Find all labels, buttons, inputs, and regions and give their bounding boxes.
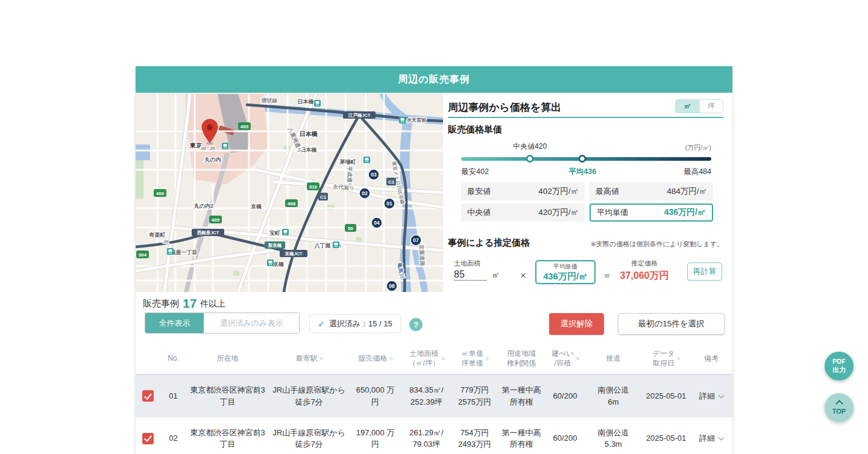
row-detail-toggle[interactable]: 詳細 [690, 432, 732, 444]
sort-icon[interactable]: ↑↓ [576, 355, 579, 362]
equals-sign: ＝ [602, 270, 612, 282]
sort-icon[interactable]: ↑↓ [319, 355, 322, 362]
land-area-unit: ㎡ [492, 270, 500, 281]
map-canvas[interactable]: 環状線 日本橋 水天宮前 日本橋 日本橋 東京 丸の内 茅場町 丸の内2 京橋 … [136, 93, 443, 292]
unit-note: (万円/㎡) [685, 143, 711, 152]
route-shield: 405 [238, 122, 251, 130]
sale-marker-03[interactable]: 03 [368, 169, 379, 180]
table-row: 02 東京都渋谷区神宮前3丁目 JR山手線原宿駅から徒歩7分 197,000 万… [136, 417, 732, 454]
filter-selected-only-button[interactable]: 選択済みのみ表示 [204, 313, 299, 333]
selected-status-text: 選択済み：15 / 15 [329, 319, 392, 329]
row-area: 834.35㎡/252.39坪 [401, 384, 452, 408]
col-station[interactable]: 最寄駅↑↓ [268, 354, 350, 364]
map-label-heisei-dori: 平成通り [347, 166, 353, 188]
chevron-up-icon [835, 400, 843, 408]
avg-unit-price-label: 平均単価 [553, 263, 577, 271]
slider-dot-median[interactable] [526, 155, 534, 163]
pdf-export-button[interactable]: PDF 出力 [825, 352, 854, 381]
row-zoning: 第一種中高所有権 [497, 384, 546, 408]
avg-unit-price-value: 436万円/㎡ [543, 271, 588, 282]
row-road: 南側公道5.3m [585, 427, 642, 450]
svg-text:316: 316 [309, 184, 318, 190]
sale-marker-02[interactable]: 02 [359, 188, 370, 199]
map-label-ginza1: 銀座一丁目 [170, 249, 198, 255]
map-label-yurakucho: 有楽町 [149, 232, 166, 238]
jr-logo: JR [209, 146, 215, 151]
route-shield: 50 [345, 224, 356, 232]
land-area-input[interactable] [454, 269, 487, 281]
col-price[interactable]: 販売価格↑↓ [350, 354, 401, 364]
sort-icon[interactable]: ↑↓ [441, 355, 444, 362]
median-top-label: 中央値420 [513, 141, 547, 152]
col-no: No. [160, 354, 187, 364]
svg-text:08: 08 [389, 283, 395, 289]
col-address: 所在地 [187, 354, 268, 364]
panel-title: 周辺事例から価格を算出 [448, 101, 561, 114]
row-checkbox[interactable] [142, 390, 154, 402]
svg-text:405: 405 [241, 124, 249, 129]
stat-median: 中央値 420万円/㎡ [461, 204, 585, 222]
sort-icon[interactable]: ↑↓ [389, 355, 392, 362]
help-icon[interactable]: ? [409, 318, 423, 331]
sort-icon[interactable]: ↑↓ [676, 355, 679, 362]
jct-label: 江戸橋JCT [343, 111, 376, 119]
selected-status-badge: ✓ 選択済み：15 / 15 [309, 314, 401, 333]
jr-logo: JR [200, 146, 206, 151]
listing-count-number: 17 [183, 297, 197, 309]
table-row: 01 東京都渋谷区神宮前3丁目 JR山手線原宿駅から徒歩7分 650,000 万… [136, 375, 732, 417]
sale-marker-07[interactable]: 07 [410, 235, 421, 246]
slider-dot-average[interactable] [579, 155, 587, 163]
row-date: 2025-05-01 [642, 432, 690, 444]
chevron-down-icon [719, 392, 725, 398]
sale-marker-01[interactable]: 01 [384, 198, 395, 209]
row-unit-price: 779万円2575万円 [452, 384, 497, 408]
row-address: 東京都渋谷区神宮前3丁目 [187, 427, 268, 450]
svg-text:03: 03 [371, 172, 377, 178]
page: 周辺の販売事例 [0, 0, 868, 454]
deselect-all-button[interactable]: 選択解除 [549, 313, 604, 335]
col-area[interactable]: 土地面積（㎡/坪）↑↓ [401, 349, 452, 368]
unit-toggle-sqm[interactable]: ㎡ [676, 100, 699, 113]
row-price: 197,000 万円 [350, 427, 401, 450]
sale-marker-08[interactable]: 08 [386, 281, 397, 291]
station-icon [314, 100, 321, 107]
scroll-to-top-button[interactable]: TOP [825, 393, 854, 422]
sale-marker-04[interactable]: 04 [371, 217, 382, 228]
route-shield: 406 [154, 189, 166, 197]
avg-unit-price-box: 平均単価 436万円/㎡ [535, 260, 596, 284]
row-detail-toggle[interactable]: 詳細 [690, 390, 732, 402]
sort-icon[interactable]: ↑↓ [485, 355, 488, 362]
map-label-nihonbashi-mid: 日本橋 [300, 131, 318, 137]
svg-text:02: 02 [362, 190, 368, 196]
map[interactable]: 環状線 日本橋 水天宮前 日本橋 日本橋 東京 丸の内 茅場町 丸の内2 京橋 … [136, 93, 443, 292]
route-shield: 316 [307, 182, 319, 190]
land-area-field: 土地面積 ㎡ [454, 259, 506, 281]
unit-toggle-tsubo[interactable]: 坪 [699, 100, 723, 113]
row-station: JR山手線原宿駅から徒歩7分 [268, 427, 350, 450]
filter-all-button[interactable]: 全件表示 [145, 313, 204, 333]
stat-max: 最高値 484万円/㎡ [590, 182, 713, 201]
col-unit-price[interactable]: ㎡単価坪単価↑↓ [452, 349, 497, 368]
chevron-down-icon [719, 435, 725, 441]
row-no: 01 [160, 390, 187, 402]
svg-text:01: 01 [386, 201, 392, 207]
col-ratio[interactable]: 建ぺい/容積↑↓ [546, 349, 585, 368]
map-label-kayabacho: 茅場町 [339, 159, 356, 165]
map-label-takaracho: 宝町 [269, 230, 280, 236]
row-checkbox[interactable] [142, 433, 154, 444]
unit-price-section-title: 販売価格単価 [448, 124, 502, 135]
row-unit-price: 754万円2493万円 [452, 427, 497, 450]
display-filter-toggle: 全件表示 選択済みのみ表示 [145, 313, 300, 334]
jct-label: 京橋JCT [280, 250, 307, 257]
highway-c1-badge: C1 [318, 193, 328, 201]
station-icon [282, 229, 289, 235]
stat-average-highlighted: 平均単価 436万円/㎡ [590, 204, 713, 222]
recalculate-button[interactable]: 再計算 [687, 263, 722, 281]
col-date[interactable]: データ取得日↑↓ [642, 349, 690, 368]
card-title: 周辺の販売事例 [398, 73, 470, 86]
select-first-15-button[interactable]: 最初の15件を選択 [618, 313, 725, 335]
price-range-slider: 中央値420 (万円/㎡) 最安402 平均436 最高484 [461, 141, 711, 177]
station-icon [333, 241, 339, 248]
route-shield: 304 [136, 250, 149, 258]
col-road: 接道 [585, 354, 642, 364]
